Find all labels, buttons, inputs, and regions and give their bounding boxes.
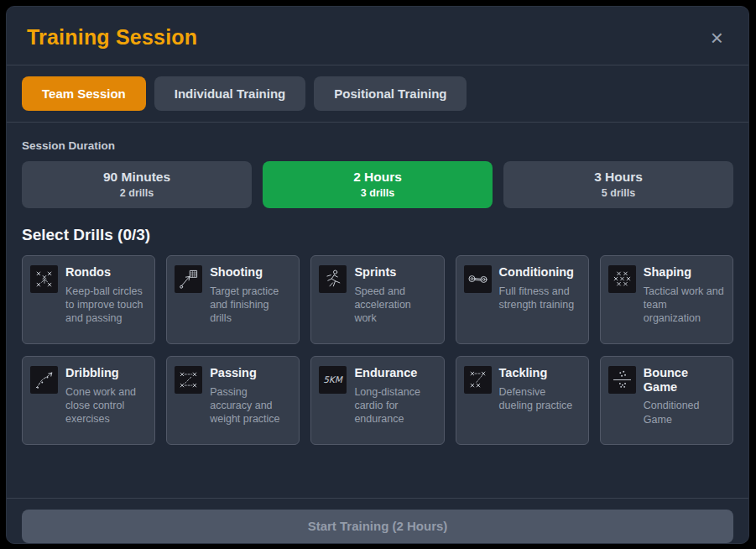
drill-card-conditioning[interactable]: Conditioning Full fitness and strength t… — [456, 255, 589, 344]
start-training-button[interactable]: Start Training (2 Hours) — [22, 510, 733, 543]
drill-title: Bounce Game — [644, 366, 725, 394]
svg-text:5KM: 5KM — [324, 374, 344, 384]
duration-title: 3 Hours — [510, 170, 727, 185]
drill-card-bounce-game[interactable]: Bounce Game Conditioned Game — [600, 356, 733, 445]
drill-description: Long-distance cardio for endurance — [354, 385, 435, 426]
duration-title: 2 Hours — [269, 170, 486, 185]
drill-description: Target practice and finishing drills — [210, 285, 291, 326]
bounce-game-icon — [608, 366, 636, 394]
shaping-icon — [608, 265, 636, 293]
drill-description: Keep-ball circles to improve touch and p… — [65, 285, 147, 326]
drills-grid: Rondos Keep-ball circles to improve touc… — [22, 255, 733, 445]
tab-label: Team Session — [42, 86, 126, 101]
drill-card-dribbling[interactable]: Dribbling Cone work and close control ex… — [22, 356, 155, 445]
endurance-icon: 5KM — [319, 366, 347, 394]
drill-card-shooting[interactable]: Shooting Target practice and finishing d… — [166, 255, 300, 344]
drill-title: Passing — [210, 366, 291, 380]
drill-card-shaping[interactable]: Shaping Tactical work and team organizat… — [600, 255, 733, 344]
select-drills-heading: Select Drills (0/3) — [22, 226, 733, 244]
training-session-dialog: Training Session × Team Session Individu… — [6, 6, 749, 544]
drill-title: Rondos — [65, 265, 147, 280]
duration-drill-count: 3 drills — [269, 187, 486, 199]
drill-title: Dribbling — [65, 366, 147, 380]
duration-option-3-hours[interactable]: 3 Hours 5 drills — [503, 161, 733, 208]
drill-title: Tackling — [499, 366, 581, 380]
close-button[interactable]: × — [707, 27, 727, 49]
passing-icon — [175, 366, 202, 394]
drill-card-tackling[interactable]: Tackling Defensive dueling practice — [456, 356, 589, 445]
tackling-icon — [464, 366, 492, 394]
screen-background: Training Session × Team Session Individu… — [0, 0, 756, 549]
tab-label: Individual Training — [175, 86, 286, 101]
drill-title: Endurance — [354, 366, 435, 380]
drill-description: Defensive dueling practice — [499, 385, 581, 413]
duration-options: 90 Minutes 2 drills 2 Hours 3 drills 3 H… — [22, 161, 733, 208]
drill-description: Conditioned Game — [644, 399, 725, 426]
duration-drill-count: 2 drills — [29, 187, 245, 199]
close-icon: × — [711, 25, 723, 50]
drill-card-endurance[interactable]: 5KM Endurance Long-distance cardio for e… — [310, 356, 444, 445]
dialog-footer: Start Training (2 Hours) — [7, 498, 748, 543]
shooting-icon — [175, 265, 202, 293]
tab-positional-training[interactable]: Positional Training — [314, 76, 467, 111]
dialog-content: Session Duration 90 Minutes 2 drills 2 H… — [7, 123, 748, 498]
drill-description: Cone work and close control exercises — [65, 385, 147, 426]
duration-title: 90 Minutes — [29, 170, 245, 185]
conditioning-icon — [464, 265, 492, 293]
duration-option-90-minutes[interactable]: 90 Minutes 2 drills — [22, 161, 252, 208]
sprints-icon — [319, 265, 347, 293]
drill-card-passing[interactable]: Passing Passing accuracy and weight prac… — [166, 356, 300, 445]
dribbling-icon — [30, 366, 58, 394]
session-type-tabs: Team Session Individual Training Positio… — [7, 65, 748, 123]
rondos-icon — [30, 265, 58, 293]
drill-title: Conditioning — [499, 265, 581, 280]
dialog-title: Training Session — [27, 25, 197, 50]
dialog-header: Training Session × — [7, 7, 748, 65]
drill-description: Speed and acceleration work — [354, 285, 435, 326]
drill-title: Shaping — [644, 265, 725, 280]
tab-team-session[interactable]: Team Session — [22, 76, 146, 111]
drill-description: Passing accuracy and weight practice — [210, 385, 291, 426]
drill-description: Full fitness and strength training — [499, 285, 581, 312]
drill-title: Shooting — [210, 265, 291, 280]
drill-title: Sprints — [354, 265, 435, 280]
tab-individual-training[interactable]: Individual Training — [154, 76, 306, 111]
duration-drill-count: 5 drills — [510, 187, 727, 199]
drill-description: Tactical work and team organization — [644, 285, 725, 326]
session-duration-label: Session Duration — [22, 139, 733, 152]
drill-card-rondos[interactable]: Rondos Keep-ball circles to improve touc… — [22, 255, 155, 344]
duration-option-2-hours[interactable]: 2 Hours 3 drills — [263, 161, 493, 208]
tab-label: Positional Training — [334, 86, 446, 101]
drill-card-sprints[interactable]: Sprints Speed and acceleration work — [310, 255, 444, 344]
